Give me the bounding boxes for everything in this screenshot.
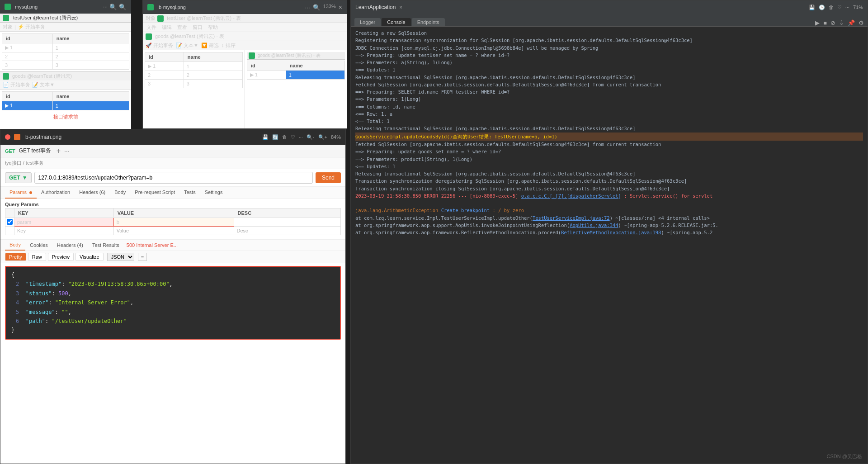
param-value-cell[interactable]: b	[113, 218, 234, 227]
req-tab-auth[interactable]: Authorization	[37, 187, 75, 199]
param-checkbox-cell[interactable]	[5, 218, 14, 227]
bmysql-menu-file[interactable]: 文件	[146, 24, 156, 31]
mysql-obj-btn[interactable]: 对象	[3, 24, 13, 30]
param-value-placeholder[interactable]: Value	[113, 227, 234, 235]
format-copy-btn[interactable]: ≡	[138, 253, 147, 261]
bmysql-zoom-btn[interactable]: 🔍	[313, 4, 321, 11]
bidea-history-btn[interactable]: 🕒	[819, 5, 825, 10]
bmysql-more-btn[interactable]: ···	[305, 4, 310, 11]
bmysql-obj-label: 对象	[146, 15, 156, 22]
param-row[interactable]: param b	[5, 218, 341, 227]
table-row[interactable]: ▶ 1 1	[2, 101, 129, 110]
format-preview-btn[interactable]: Preview	[48, 253, 74, 261]
mysql-zoom-out-btn[interactable]: 🔍	[109, 4, 117, 10]
console-line: Fetched SqlSession [org.apache.ibatis.se…	[355, 81, 863, 88]
table-row[interactable]: 22	[145, 71, 243, 80]
mysql-zoom-in-btn[interactable]: 🔍	[119, 4, 127, 10]
mysql-tab-icon	[5, 4, 12, 10]
tab-logger[interactable]: Logger	[354, 18, 381, 26]
bidea-save-btn[interactable]: 💾	[809, 5, 815, 10]
postman-more-btn[interactable]: ···	[299, 134, 303, 140]
bmysql-icon	[147, 4, 154, 10]
bidea-toolbar-pin-btn[interactable]: 📌	[848, 19, 855, 26]
postman-trash-btn[interactable]: 🗑	[282, 134, 287, 140]
param-desc-placeholder[interactable]: Desc	[234, 227, 340, 235]
console-line: <== Row: 1, a	[355, 110, 863, 118]
mysql-more-btn[interactable]: ···	[103, 4, 108, 10]
mysql-th-id: id	[2, 34, 53, 43]
param-desc-cell[interactable]	[234, 218, 340, 227]
format-raw-btn[interactable]: Raw	[28, 253, 46, 261]
bidea-fav-btn[interactable]: ♡	[837, 5, 842, 10]
bidea-zoom-level: 71%	[853, 5, 863, 10]
format-type-select[interactable]: JSON	[107, 253, 134, 261]
bmysql-sort-btn[interactable]: ↕ 排序	[222, 42, 236, 49]
format-visualize-btn[interactable]: Visualize	[75, 253, 104, 261]
bmysql-text-btn[interactable]: 📝 文本▼	[176, 42, 198, 49]
bidea-panel: LearnApplication × 💾 🕒 🗑 ♡ ··· 71% Logge…	[350, 0, 868, 464]
resp-tab-cookies[interactable]: Cookies	[25, 240, 52, 250]
send-button[interactable]: Send	[316, 172, 341, 183]
tab-endpoints[interactable]: Endpoints	[412, 18, 445, 26]
postman-save-btn[interactable]: 💾	[262, 134, 269, 140]
table-row[interactable]: ▶ 1 1	[247, 71, 345, 80]
tab-console[interactable]: Console	[382, 18, 410, 26]
postman-req-more[interactable]: ···	[64, 147, 70, 155]
request-line: GET ▼ Send	[0, 169, 345, 187]
cell-id: ▶ 1	[2, 101, 53, 110]
table-row[interactable]: ▶ 11	[145, 62, 243, 71]
param-key-cell[interactable]: param	[14, 218, 114, 227]
mysql-inner-trans-btn[interactable]: 📄 开始事务	[3, 81, 30, 88]
resp-tab-test-results[interactable]: Test Results	[88, 240, 124, 250]
table-row[interactable]: 2 2	[2, 52, 129, 61]
bmysql-menu-view[interactable]: 查看	[177, 24, 187, 31]
param-key-placeholder[interactable]: Key	[14, 227, 114, 235]
bidea-more-btn[interactable]: ···	[845, 5, 849, 10]
params-table-wrapper: KEY VALUE DESC param b	[0, 208, 345, 235]
resp-tab-headers[interactable]: Headers (4)	[52, 240, 88, 250]
postman-refresh-btn[interactable]: 🔄	[272, 134, 278, 140]
format-pretty-btn[interactable]: Pretty	[5, 253, 26, 261]
bidea-toolbar-scroll-btn[interactable]: ⇩	[839, 19, 844, 26]
postman-fav-btn[interactable]: ♡	[291, 134, 295, 140]
url-input[interactable]	[34, 172, 313, 184]
params-dot	[29, 191, 32, 194]
resp-tab-body[interactable]: Body	[5, 240, 25, 251]
mysql-inner-text-btn[interactable]: 📝 文本▼	[32, 81, 55, 88]
table-row[interactable]: 33	[145, 80, 243, 88]
req-tab-headers[interactable]: Headers (6)	[75, 187, 110, 199]
bidea-toolbar-stop-btn[interactable]: ■	[823, 19, 827, 26]
bmysql-menu-window[interactable]: 窗口	[193, 24, 203, 31]
req-tab-settings[interactable]: Settings	[200, 187, 227, 199]
postman-close-dot[interactable]	[5, 134, 10, 140]
param-row-empty[interactable]: Key Value Desc	[5, 227, 341, 235]
bmysql-tab: b-mysql.png	[159, 5, 186, 10]
bmysql-menu-help[interactable]: 帮助	[208, 24, 218, 31]
bidea-delete-btn[interactable]: 🗑	[829, 5, 834, 10]
editing-cell[interactable]: 1	[286, 71, 344, 80]
postman-zoom-out-btn[interactable]: 🔍-	[307, 134, 315, 140]
req-tab-body[interactable]: Body	[110, 187, 130, 199]
bmysql-trans-btn[interactable]: 🚀 开始事务	[146, 42, 173, 49]
bmysql-filter-btn[interactable]: 🔽 筛选	[201, 42, 219, 49]
console-line: Releasing transactional SqlSession [org.…	[355, 125, 863, 132]
req-tab-params[interactable]: Params	[5, 187, 37, 199]
status-badge: 500 Internal Server E...	[127, 242, 178, 248]
req-tab-tests[interactable]: Tests	[179, 187, 200, 199]
bidea-toolbar-gear-btn[interactable]: ⚙	[859, 19, 864, 26]
table-row[interactable]: 3 3	[2, 61, 129, 70]
json-line: 6 "path": "/testUser/updateOther"	[11, 317, 335, 326]
param-checkbox[interactable]	[7, 219, 13, 225]
mysql-start-trans-btn[interactable]: ⚡ 开始事务	[18, 24, 45, 30]
table-row[interactable]: ▶ 1 1	[2, 43, 129, 52]
mysql-th-name: name	[52, 34, 129, 43]
postman-zoom-in-btn[interactable]: 🔍+	[318, 134, 327, 140]
req-tab-pre-request[interactable]: Pre-request Script	[130, 187, 179, 199]
bmysql-close-btn[interactable]: ×	[339, 4, 342, 11]
bidea-toolbar-clear-btn[interactable]: ⊘	[830, 19, 835, 26]
postman-add-tab-btn[interactable]: +	[57, 147, 61, 155]
method-selector[interactable]: GET ▼	[5, 172, 32, 183]
mysql-note: 接口请求前	[0, 112, 131, 122]
bmysql-menu-edit[interactable]: 编辑	[162, 24, 172, 31]
bidea-toolbar-run-btn[interactable]: ▶	[815, 19, 820, 26]
